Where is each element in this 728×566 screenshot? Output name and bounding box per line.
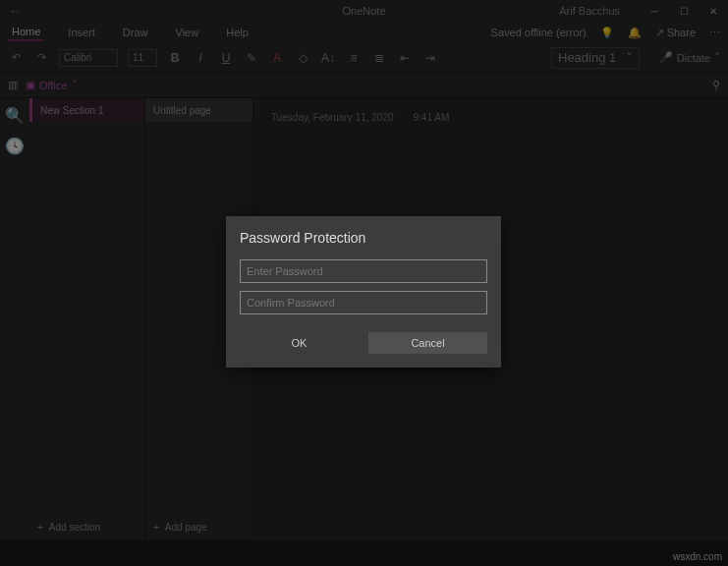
watermark: wsxdn.com xyxy=(673,551,722,562)
password-protection-dialog: Password Protection OK Cancel xyxy=(226,216,501,368)
cancel-button[interactable]: Cancel xyxy=(368,332,487,354)
ok-button[interactable]: OK xyxy=(240,332,359,354)
enter-password-input[interactable] xyxy=(240,259,487,283)
confirm-password-input[interactable] xyxy=(240,291,487,314)
dialog-title: Password Protection xyxy=(240,230,487,246)
